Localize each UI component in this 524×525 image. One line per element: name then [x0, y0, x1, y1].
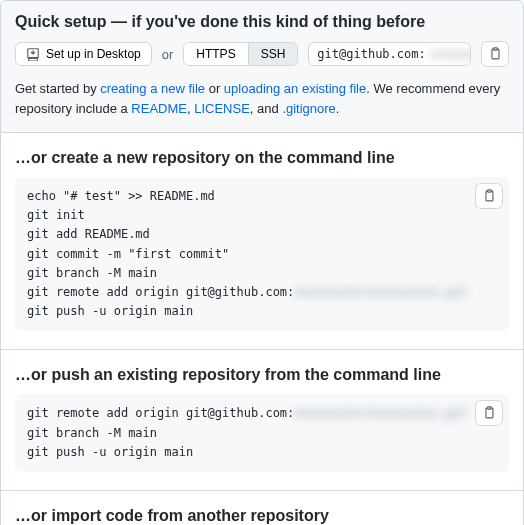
code-text: git commit -m "first commit" — [27, 247, 229, 261]
create-code-wrap: echo "# test" >> README.mdgit initgit ad… — [15, 177, 509, 331]
push-repo-section: …or push an existing repository from the… — [0, 350, 524, 491]
code-text: git remote add origin git@github.com: — [27, 406, 294, 420]
code-text: git branch -M main — [27, 266, 157, 280]
or-text: or — [162, 47, 174, 62]
code-line: echo "# test" >> README.md — [27, 187, 497, 206]
code-line: git remote add origin git@github.com:xxx… — [27, 404, 497, 423]
code-text: git add README.md — [27, 227, 150, 241]
link-gitignore[interactable]: .gitignore — [282, 101, 335, 116]
desktop-download-icon — [26, 47, 40, 61]
quick-setup-description: Get started by creating a new file or up… — [15, 79, 509, 118]
code-redacted: xxxxxxxxx/xxxxxxxxxx.git — [294, 285, 467, 299]
svg-rect-5 — [488, 407, 492, 409]
code-line: git branch -M main — [27, 424, 497, 443]
svg-rect-4 — [486, 409, 493, 419]
link-upload-existing-file[interactable]: uploading an existing file — [224, 81, 366, 96]
code-redacted: xxxxxxxxx/xxxxxxxxxx.git — [294, 406, 467, 420]
desc-text: . — [336, 101, 340, 116]
quick-setup-heading: Quick setup — if you've done this kind o… — [15, 13, 509, 31]
import-section: …or import code from another repository … — [0, 491, 524, 525]
setup-desktop-label: Set up in Desktop — [46, 47, 141, 61]
svg-rect-3 — [488, 190, 492, 192]
push-code-block[interactable]: git remote add origin git@github.com:xxx… — [15, 394, 509, 472]
clone-url-prefix: git@github.com: — [317, 47, 425, 61]
setup-row: Set up in Desktop or HTTPS SSH git@githu… — [15, 41, 509, 67]
copy-create-code-button[interactable] — [475, 183, 503, 209]
clipboard-icon — [482, 189, 496, 203]
protocol-toggle: HTTPS SSH — [183, 42, 298, 66]
copy-clone-url-button[interactable] — [481, 41, 509, 67]
code-line: git add README.md — [27, 225, 497, 244]
protocol-ssh-button[interactable]: SSH — [248, 43, 298, 65]
code-text: echo "# test" >> README.md — [27, 189, 215, 203]
create-repo-heading: …or create a new repository on the comma… — [15, 149, 509, 167]
push-repo-heading: …or push an existing repository from the… — [15, 366, 509, 384]
svg-rect-1 — [494, 48, 498, 50]
quick-setup-panel: Quick setup — if you've done this kind o… — [0, 0, 524, 133]
code-text: git push -u origin main — [27, 445, 193, 459]
desc-text: , and — [250, 101, 283, 116]
code-line: git push -u origin main — [27, 443, 497, 462]
clipboard-icon — [482, 406, 496, 420]
import-heading: …or import code from another repository — [15, 507, 509, 525]
protocol-https-button[interactable]: HTTPS — [184, 43, 247, 65]
code-line: git push -u origin main — [27, 302, 497, 321]
copy-push-code-button[interactable] — [475, 400, 503, 426]
create-repo-section: …or create a new repository on the comma… — [0, 133, 524, 350]
create-code-block[interactable]: echo "# test" >> README.mdgit initgit ad… — [15, 177, 509, 331]
code-text: git branch -M main — [27, 426, 157, 440]
code-line: git remote add origin git@github.com:xxx… — [27, 283, 497, 302]
code-text: git remote add origin git@github.com: — [27, 285, 294, 299]
clone-url-field[interactable]: git@github.com:xxxxxxxxx/xxxxxxxxxx.git — [308, 42, 471, 66]
desc-text: or — [205, 81, 224, 96]
link-license[interactable]: LICENSE — [194, 101, 250, 116]
code-line: git commit -m "first commit" — [27, 245, 497, 264]
desc-text: Get started by — [15, 81, 100, 96]
code-text: git push -u origin main — [27, 304, 193, 318]
clipboard-icon — [488, 47, 502, 61]
link-readme[interactable]: README — [131, 101, 187, 116]
setup-desktop-button[interactable]: Set up in Desktop — [15, 42, 152, 66]
svg-rect-2 — [486, 191, 493, 201]
code-line: git branch -M main — [27, 264, 497, 283]
push-code-wrap: git remote add origin git@github.com:xxx… — [15, 394, 509, 472]
link-create-new-file[interactable]: creating a new file — [100, 81, 205, 96]
code-text: git init — [27, 208, 85, 222]
clone-url-redacted: xxxxxxxxx/xxxxxxxxxx.git — [430, 47, 471, 61]
code-line: git init — [27, 206, 497, 225]
